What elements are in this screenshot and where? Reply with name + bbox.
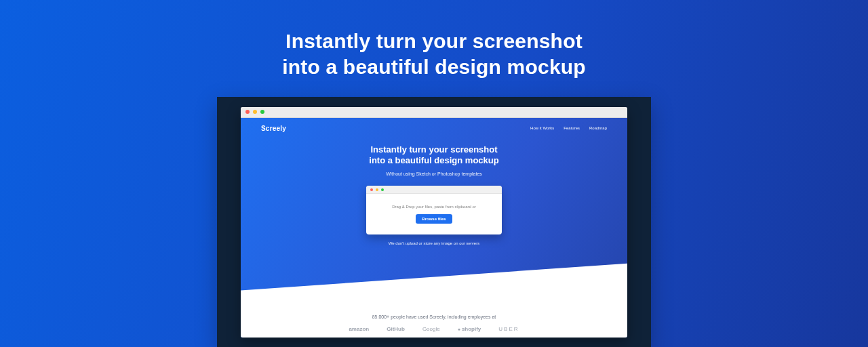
page-hero-title: Instantly turn your screenshot into a be… (282, 28, 586, 79)
privacy-note: We don't upload or store any image on ou… (241, 241, 627, 245)
window-minimize-icon (253, 110, 257, 114)
card-minimize-icon (376, 188, 378, 191)
inner-headline-2: into a beautiful design mockup (369, 155, 498, 165)
nav-link-roadmap[interactable]: Roadmap (589, 126, 607, 130)
hero-line-2: into a beautiful design mockup (282, 56, 586, 78)
mockup-nav: Screely How it Works Features Roadmap (241, 118, 627, 132)
nav-link-features[interactable]: Features (564, 126, 580, 130)
drop-card[interactable]: Drag & Drop your files, paste from clipb… (366, 186, 502, 234)
inner-hero-headline: Instantly turn your screenshot into a be… (241, 144, 627, 167)
hero-line-1: Instantly turn your screenshot (285, 30, 583, 52)
window-close-icon (245, 110, 250, 114)
social-proof-text: 85.000+ people have used Screely, includ… (241, 314, 627, 319)
browser-titlebar (241, 107, 627, 118)
browse-files-button[interactable]: Browse files (416, 214, 452, 224)
inner-hero-subtitle: Without using Sketch or Photoshop templa… (241, 171, 627, 176)
drop-card-body: Drag & Drop your files, paste from clipb… (366, 194, 502, 234)
drop-card-titlebar (366, 186, 502, 194)
inner-hero: Instantly turn your screenshot into a be… (241, 144, 627, 177)
logo-uber: UBER (498, 326, 519, 332)
logo-row: amazon GitHub Google shopify UBER (241, 326, 627, 332)
drop-hint: Drag & Drop your files, paste from clipb… (373, 205, 495, 209)
logo-amazon: amazon (349, 326, 369, 332)
nav-link-how-it-works[interactable]: How it Works (530, 126, 554, 130)
logo-google: Google (422, 326, 440, 332)
social-proof-section: 85.000+ people have used Screely, includ… (241, 314, 627, 332)
card-zoom-icon (381, 188, 384, 191)
card-close-icon (370, 188, 373, 191)
browser-window: Screely How it Works Features Roadmap In… (241, 107, 627, 338)
inner-headline-1: Instantly turn your screenshot (370, 144, 497, 155)
window-zoom-icon (260, 110, 264, 114)
mockup-outer-frame: Screely How it Works Features Roadmap In… (217, 97, 651, 347)
brand-logo[interactable]: Screely (261, 125, 286, 132)
logo-github: GitHub (387, 326, 405, 332)
logo-shopify: shopify (458, 326, 481, 332)
nav-links: How it Works Features Roadmap (530, 126, 607, 130)
mockup-page: Screely How it Works Features Roadmap In… (241, 118, 627, 338)
